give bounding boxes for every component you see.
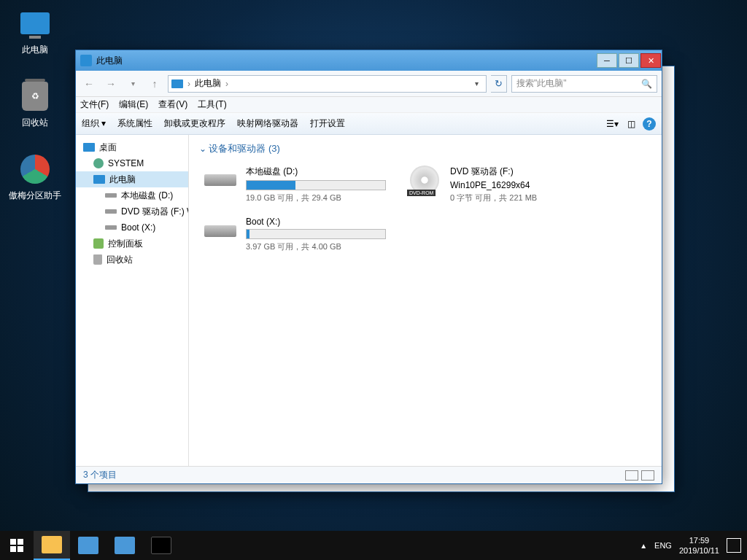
status-bar: 3 个项目 [76, 466, 662, 483]
drive-capacity-text: 3.97 GB 可用，共 4.00 GB [246, 241, 386, 252]
tree-item-this-pc[interactable]: 此电脑 [76, 171, 188, 187]
tiles-view-button[interactable] [641, 470, 654, 481]
clock[interactable]: 17:59 2019/10/11 [679, 535, 719, 556]
drive-name: Boot (X:) [246, 217, 386, 227]
command-bar: 组织 ▾ 系统属性 卸载或更改程序 映射网络驱动器 打开设置 ☰▾ ◫ ? [76, 113, 662, 135]
desktop-icon-recycle-bin[interactable]: ♻ 回收站 [6, 79, 64, 129]
navigation-pane: 桌面 SYSTEM 此电脑 本地磁盘 (D:) DVD 驱动器 (F:) W B… [76, 135, 189, 466]
explorer-window: 此电脑 ← → ▾ ↑ › 此电脑 › ▾ ↻ 搜索"此电脑" 🔍 文件(F) … [75, 50, 662, 484]
up-button[interactable]: ↑ [146, 75, 163, 93]
taskbar-item-app1[interactable] [70, 531, 107, 560]
clock-time: 17:59 [679, 535, 719, 545]
start-button[interactable] [0, 531, 34, 560]
tree-item-desktop[interactable]: 桌面 [76, 139, 188, 155]
menu-file[interactable]: 文件(F) [80, 98, 109, 111]
taskbar-item-app2[interactable] [107, 531, 143, 560]
search-placeholder: 搜索"此电脑" [516, 77, 567, 90]
drive-item[interactable]: DVD 驱动器 (F:)Win10PE_16299x640 字节 可用，共 22… [403, 163, 593, 206]
refresh-button[interactable]: ↻ [491, 75, 507, 93]
partition-app-icon [18, 152, 53, 187]
forward-button[interactable]: → [102, 75, 120, 93]
desktop-icon-aomei[interactable]: 傲梅分区助手 [6, 152, 64, 202]
search-icon: 🔍 [641, 79, 652, 89]
tree-item-recycle-bin[interactable]: 回收站 [76, 252, 188, 268]
open-settings-button[interactable]: 打开设置 [310, 117, 345, 130]
content-pane: 设备和驱动器 (3) 本地磁盘 (D:)19.0 GB 可用，共 29.4 GB… [189, 135, 662, 466]
taskbar-item-terminal[interactable] [143, 531, 179, 560]
maximize-button[interactable] [619, 53, 639, 68]
desktop-icon-this-pc[interactable]: 此电脑 [6, 6, 64, 56]
desktop-icon-label: 回收站 [6, 117, 64, 129]
nav-bar: ← → ▾ ↑ › 此电脑 › ▾ ↻ 搜索"此电脑" 🔍 [76, 71, 662, 97]
tree-item-boot-x[interactable]: Boot (X:) [76, 219, 188, 236]
clock-date: 2019/10/11 [679, 545, 719, 556]
system-properties-button[interactable]: 系统属性 [117, 117, 152, 130]
system-tray: ▲ ENG 17:59 2019/10/11 [640, 535, 747, 556]
tray-overflow-button[interactable]: ▲ [640, 542, 647, 550]
capacity-bar [246, 180, 386, 190]
tree-item-dvd-f[interactable]: DVD 驱动器 (F:) W [76, 203, 188, 219]
menu-edit[interactable]: 编辑(E) [119, 98, 148, 111]
address-segment[interactable]: 此电脑 [195, 77, 221, 90]
help-button[interactable]: ? [643, 117, 656, 131]
preview-pane-button[interactable]: ◫ [624, 117, 638, 131]
tree-item-local-disk-d[interactable]: 本地磁盘 (D:) [76, 187, 188, 203]
tree-item-system-user[interactable]: SYSTEM [76, 155, 188, 171]
drive-sublabel: Win10PE_16299x64 [450, 180, 590, 190]
organize-button[interactable]: 组织 ▾ [82, 117, 106, 130]
menu-bar: 文件(F) 编辑(E) 查看(V) 工具(T) [76, 97, 662, 113]
back-button[interactable]: ← [80, 75, 98, 93]
capacity-bar [246, 229, 386, 239]
drive-capacity-text: 0 字节 可用，共 221 MB [450, 192, 590, 203]
group-header[interactable]: 设备和驱动器 (3) [199, 142, 651, 155]
drive-item[interactable]: Boot (X:)3.97 GB 可用，共 4.00 GB [199, 214, 389, 255]
status-text: 3 个项目 [83, 469, 117, 481]
pc-icon [18, 6, 53, 41]
address-dropdown[interactable]: ▾ [470, 79, 483, 88]
desktop-icon-label: 傲梅分区助手 [6, 190, 64, 202]
map-drive-button[interactable]: 映射网络驱动器 [237, 117, 298, 130]
tree-item-control-panel[interactable]: 控制面板 [76, 236, 188, 252]
window-icon [80, 55, 92, 66]
drive-item[interactable]: 本地磁盘 (D:)19.0 GB 可用，共 29.4 GB [199, 163, 389, 206]
action-center-button[interactable] [727, 538, 741, 553]
minimize-button[interactable] [597, 53, 617, 68]
hdd-icon [204, 225, 236, 237]
window-title: 此电脑 [96, 55, 123, 67]
menu-view[interactable]: 查看(V) [158, 98, 187, 111]
menu-tools[interactable]: 工具(T) [198, 98, 226, 111]
taskbar: ▲ ENG 17:59 2019/10/11 [0, 531, 747, 560]
close-button[interactable] [640, 53, 661, 68]
uninstall-button[interactable]: 卸载或更改程序 [164, 117, 225, 130]
drive-name: 本地磁盘 (D:) [246, 166, 386, 178]
dvd-icon [410, 166, 439, 195]
pc-icon [171, 79, 183, 88]
drive-capacity-text: 19.0 GB 可用，共 29.4 GB [246, 192, 386, 203]
taskbar-item-explorer[interactable] [34, 531, 70, 560]
search-input[interactable]: 搜索"此电脑" 🔍 [511, 75, 657, 93]
desktop-icon-label: 此电脑 [6, 44, 64, 56]
view-options-button[interactable]: ☰▾ [605, 117, 619, 131]
ime-indicator[interactable]: ENG [654, 541, 672, 550]
drive-name: DVD 驱动器 (F:) [450, 166, 590, 178]
title-bar[interactable]: 此电脑 [76, 50, 662, 71]
trash-icon: ♻ [18, 79, 53, 114]
hdd-icon [204, 174, 236, 186]
address-bar[interactable]: › 此电脑 › ▾ [168, 75, 487, 93]
details-view-button[interactable] [625, 470, 638, 481]
